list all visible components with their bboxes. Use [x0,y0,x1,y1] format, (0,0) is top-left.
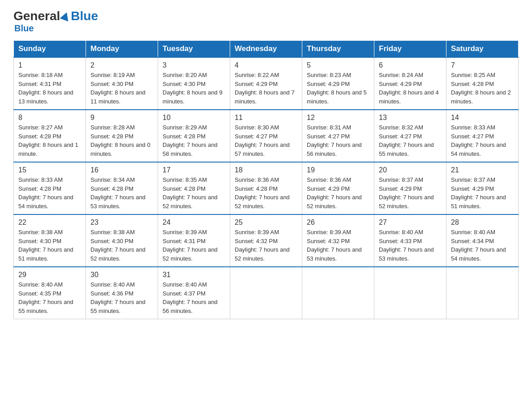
day-number: 28 [451,218,514,227]
calendar-header-tuesday: Tuesday [158,41,230,58]
day-number: 13 [379,114,442,122]
calendar-cell: 17 Sunrise: 8:35 AMSunset: 4:28 PMDaylig… [158,162,230,214]
logo-triangle-icon [60,11,71,21]
calendar-cell: 31 Sunrise: 8:40 AMSunset: 4:37 PMDaylig… [158,267,230,319]
day-number: 31 [163,271,225,279]
day-info: Sunrise: 8:34 AMSunset: 4:28 PMDaylight:… [90,176,146,210]
calendar-cell: 7 Sunrise: 8:25 AMSunset: 4:28 PMDayligh… [446,57,519,110]
calendar-header-friday: Friday [374,41,446,58]
day-info: Sunrise: 8:22 AMSunset: 4:29 PMDaylight:… [235,72,295,105]
calendar-header-sunday: Sunday [14,41,86,58]
day-number: 2 [90,61,153,69]
day-info: Sunrise: 8:30 AMSunset: 4:27 PMDaylight:… [235,124,290,157]
calendar-cell: 13 Sunrise: 8:32 AMSunset: 4:27 PMDaylig… [374,110,446,162]
calendar-cell: 11 Sunrise: 8:30 AMSunset: 4:27 PMDaylig… [230,110,302,162]
calendar-cell [302,267,374,319]
calendar-cell: 8 Sunrise: 8:27 AMSunset: 4:28 PMDayligh… [14,110,86,162]
calendar-cell: 3 Sunrise: 8:20 AMSunset: 4:30 PMDayligh… [158,57,230,110]
calendar-cell [446,267,519,319]
calendar-cell: 12 Sunrise: 8:31 AMSunset: 4:27 PMDaylig… [302,110,374,162]
calendar-cell: 30 Sunrise: 8:40 AMSunset: 4:36 PMDaylig… [86,267,158,319]
day-info: Sunrise: 8:36 AMSunset: 4:29 PMDaylight:… [307,176,362,210]
calendar-cell: 29 Sunrise: 8:40 AMSunset: 4:35 PMDaylig… [14,267,86,319]
day-number: 3 [163,61,225,69]
calendar-cell: 20 Sunrise: 8:37 AMSunset: 4:29 PMDaylig… [374,162,446,214]
day-info: Sunrise: 8:39 AMSunset: 4:31 PMDaylight:… [163,229,218,262]
day-info: Sunrise: 8:39 AMSunset: 4:32 PMDaylight:… [235,229,290,262]
day-info: Sunrise: 8:36 AMSunset: 4:28 PMDaylight:… [235,176,290,210]
calendar-cell [374,267,446,319]
calendar-cell: 24 Sunrise: 8:39 AMSunset: 4:31 PMDaylig… [158,214,230,267]
day-info: Sunrise: 8:19 AMSunset: 4:30 PMDaylight:… [90,72,146,105]
calendar-header-monday: Monday [86,41,158,58]
day-info: Sunrise: 8:24 AMSunset: 4:29 PMDaylight:… [379,72,439,105]
day-number: 17 [163,166,225,174]
calendar-table: SundayMondayTuesdayWednesdayThursdayFrid… [13,40,519,319]
day-number: 20 [379,166,442,174]
day-number: 23 [90,218,153,227]
day-info: Sunrise: 8:18 AMSunset: 4:31 PMDaylight:… [18,72,73,105]
calendar-cell: 25 Sunrise: 8:39 AMSunset: 4:32 PMDaylig… [230,214,302,267]
day-number: 11 [235,114,297,122]
calendar-cell: 10 Sunrise: 8:29 AMSunset: 4:28 PMDaylig… [158,110,230,162]
day-info: Sunrise: 8:27 AMSunset: 4:28 PMDaylight:… [18,124,78,157]
day-number: 1 [18,61,81,69]
day-info: Sunrise: 8:33 AMSunset: 4:28 PMDaylight:… [18,176,73,210]
calendar-cell: 22 Sunrise: 8:38 AMSunset: 4:30 PMDaylig… [14,214,86,267]
day-number: 21 [451,166,514,174]
day-number: 8 [18,114,81,122]
page-header: General Blue Blue [13,9,519,34]
day-info: Sunrise: 8:38 AMSunset: 4:30 PMDaylight:… [18,229,73,262]
calendar-header-saturday: Saturday [446,41,519,58]
day-info: Sunrise: 8:28 AMSunset: 4:28 PMDaylight:… [90,124,150,157]
day-info: Sunrise: 8:32 AMSunset: 4:27 PMDaylight:… [379,124,434,157]
logo: General Blue Blue [13,9,98,34]
day-info: Sunrise: 8:33 AMSunset: 4:27 PMDaylight:… [451,124,506,157]
day-info: Sunrise: 8:23 AMSunset: 4:29 PMDaylight:… [307,72,367,105]
day-info: Sunrise: 8:40 AMSunset: 4:35 PMDaylight:… [18,281,73,314]
logo-general-text: General [13,9,60,23]
calendar-cell: 14 Sunrise: 8:33 AMSunset: 4:27 PMDaylig… [446,110,519,162]
calendar-cell: 1 Sunrise: 8:18 AMSunset: 4:31 PMDayligh… [14,57,86,110]
day-number: 6 [379,61,442,69]
calendar-cell: 2 Sunrise: 8:19 AMSunset: 4:30 PMDayligh… [86,57,158,110]
day-number: 27 [379,218,442,227]
calendar-cell: 23 Sunrise: 8:38 AMSunset: 4:30 PMDaylig… [86,214,158,267]
calendar-cell: 4 Sunrise: 8:22 AMSunset: 4:29 PMDayligh… [230,57,302,110]
day-number: 29 [18,271,81,279]
calendar-header-wednesday: Wednesday [230,41,302,58]
logo-blue-text: Blue [71,9,98,23]
day-info: Sunrise: 8:20 AMSunset: 4:30 PMDaylight:… [163,72,223,105]
calendar-week-4: 22 Sunrise: 8:38 AMSunset: 4:30 PMDaylig… [14,214,519,267]
calendar-cell: 19 Sunrise: 8:36 AMSunset: 4:29 PMDaylig… [302,162,374,214]
day-number: 18 [235,166,297,174]
calendar-cell: 27 Sunrise: 8:40 AMSunset: 4:33 PMDaylig… [374,214,446,267]
day-number: 25 [235,218,297,227]
day-info: Sunrise: 8:40 AMSunset: 4:36 PMDaylight:… [90,281,146,314]
day-number: 9 [90,114,153,122]
day-number: 4 [235,61,297,69]
day-number: 10 [163,114,225,122]
calendar-cell: 9 Sunrise: 8:28 AMSunset: 4:28 PMDayligh… [86,110,158,162]
logo-subtitle: Blue [14,23,34,34]
day-info: Sunrise: 8:29 AMSunset: 4:28 PMDaylight:… [163,124,218,157]
day-number: 16 [90,166,153,174]
calendar-week-3: 15 Sunrise: 8:33 AMSunset: 4:28 PMDaylig… [14,162,519,214]
day-info: Sunrise: 8:38 AMSunset: 4:30 PMDaylight:… [90,229,146,262]
day-info: Sunrise: 8:39 AMSunset: 4:32 PMDaylight:… [307,229,362,262]
day-number: 19 [307,166,369,174]
day-number: 7 [451,61,514,69]
calendar-cell: 18 Sunrise: 8:36 AMSunset: 4:28 PMDaylig… [230,162,302,214]
calendar-header-thursday: Thursday [302,41,374,58]
day-info: Sunrise: 8:35 AMSunset: 4:28 PMDaylight:… [163,176,218,210]
calendar-cell [230,267,302,319]
day-number: 12 [307,114,369,122]
day-number: 14 [451,114,514,122]
day-number: 30 [90,271,153,279]
calendar-cell: 5 Sunrise: 8:23 AMSunset: 4:29 PMDayligh… [302,57,374,110]
calendar-header-row: SundayMondayTuesdayWednesdayThursdayFrid… [14,41,519,58]
calendar-week-1: 1 Sunrise: 8:18 AMSunset: 4:31 PMDayligh… [14,57,519,110]
day-number: 24 [163,218,225,227]
calendar-cell: 28 Sunrise: 8:40 AMSunset: 4:34 PMDaylig… [446,214,519,267]
day-info: Sunrise: 8:37 AMSunset: 4:29 PMDaylight:… [451,176,506,210]
